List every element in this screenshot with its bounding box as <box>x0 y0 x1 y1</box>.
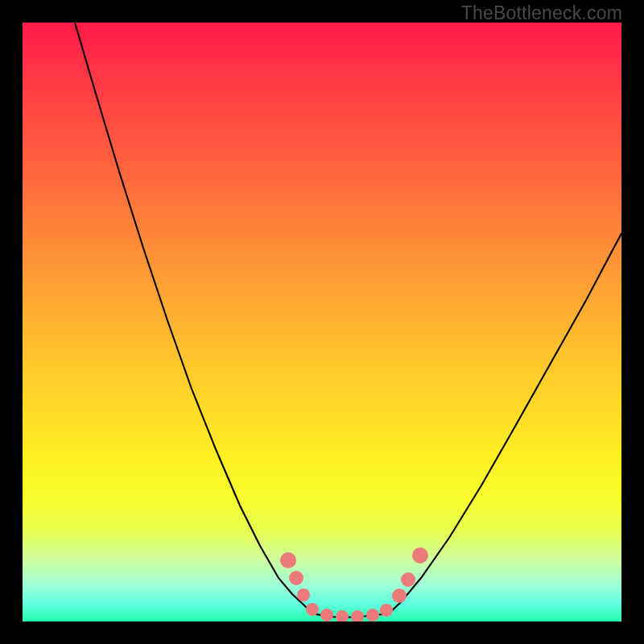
overlay-dot <box>366 609 379 621</box>
overlay-dot <box>306 603 319 616</box>
overlay-dot <box>401 572 415 587</box>
overlay-dot <box>289 571 303 585</box>
overlay-dot <box>380 604 393 617</box>
watermark-text: TheBottleneck.com <box>461 2 622 24</box>
overlay-dot <box>297 588 310 601</box>
overlay-dot <box>336 610 349 621</box>
overlay-dot <box>280 552 296 568</box>
overlay-dot <box>351 610 364 621</box>
overlay-dot <box>392 588 407 603</box>
plot-area <box>23 23 621 621</box>
bottleneck-curve <box>75 23 621 617</box>
overlay-dot <box>320 609 333 621</box>
outer-frame: TheBottleneck.com <box>0 0 644 644</box>
curve-svg <box>23 23 621 621</box>
overlay-dot <box>412 547 428 564</box>
